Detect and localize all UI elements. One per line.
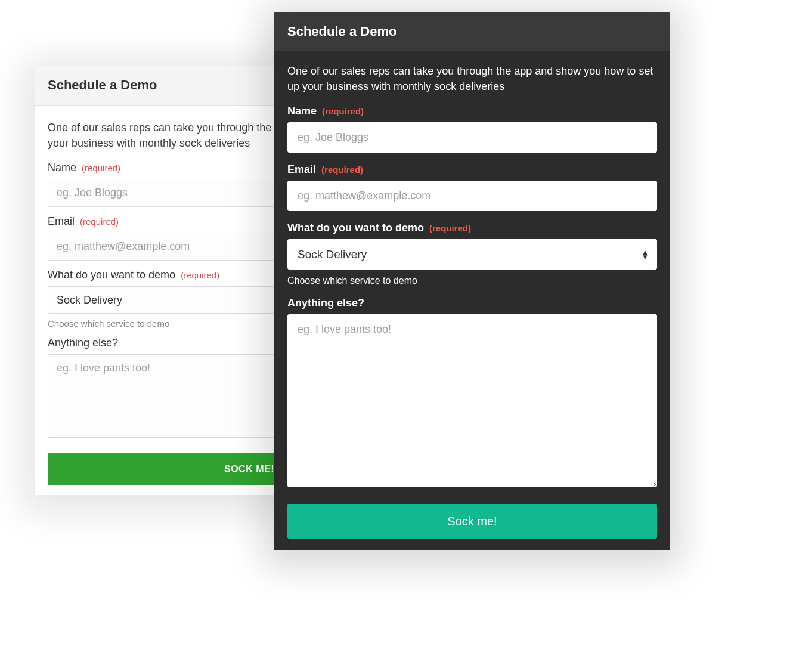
demo-label-text: What do you want to demo: [48, 269, 175, 281]
required-tag: (required): [82, 163, 120, 173]
name-label: Name (required): [287, 105, 657, 117]
name-label-text: Name: [48, 162, 76, 174]
name-input[interactable]: [287, 122, 657, 153]
else-field: Anything else?: [287, 297, 657, 490]
demo-label: What do you want to demo (required): [287, 222, 657, 234]
demo-select[interactable]: Sock Delivery: [287, 239, 657, 270]
demo-form-dark: Schedule a Demo One of our sales reps ca…: [274, 12, 670, 550]
else-label: Anything else?: [287, 297, 657, 309]
email-label-text: Email: [48, 215, 75, 227]
demo-help-text: Choose which service to demo: [287, 275, 657, 286]
email-field: Email (required): [287, 163, 657, 211]
submit-button[interactable]: Sock me!: [287, 504, 657, 539]
required-tag: (required): [321, 165, 363, 175]
demo-label-text: What do you want to demo: [287, 222, 424, 234]
demo-select-wrap: Sock Delivery ▲▼: [287, 239, 657, 270]
required-tag: (required): [322, 106, 364, 116]
panel-title: Schedule a Demo: [274, 12, 670, 51]
required-tag: (required): [80, 216, 119, 227]
email-input[interactable]: [287, 181, 657, 211]
else-textarea[interactable]: [287, 314, 657, 487]
email-label-text: Email: [287, 163, 316, 175]
intro-text: One of our sales reps can take you throu…: [287, 63, 657, 94]
name-field: Name (required): [287, 105, 657, 153]
demo-field: What do you want to demo (required) Sock…: [287, 222, 657, 286]
panel-body: One of our sales reps can take you throu…: [274, 51, 670, 550]
email-label: Email (required): [287, 163, 657, 176]
required-tag: (required): [181, 270, 219, 280]
required-tag: (required): [429, 223, 471, 233]
name-label-text: Name: [287, 105, 317, 117]
